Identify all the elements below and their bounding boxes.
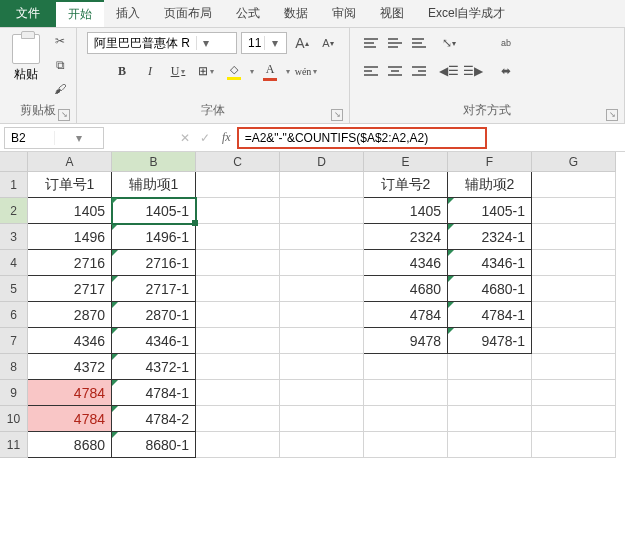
formula-bar[interactable]: =A2&"-"&COUNTIFS($A$2:A2,A2) <box>237 127 487 149</box>
row-header-8[interactable]: 8 <box>0 354 28 380</box>
cell-G11[interactable] <box>532 432 616 458</box>
bold-button[interactable]: B <box>110 60 134 82</box>
tab-file[interactable]: 文件 <box>0 0 56 27</box>
cell-E5[interactable]: 4680 <box>364 276 448 302</box>
tab-data[interactable]: 数据 <box>272 0 320 27</box>
cell-E7[interactable]: 9478 <box>364 328 448 354</box>
cell-D5[interactable] <box>280 276 364 302</box>
tab-page-layout[interactable]: 页面布局 <box>152 0 224 27</box>
decrease-indent-button[interactable]: ◀☰ <box>438 60 460 82</box>
cell-A1[interactable]: 订单号1 <box>28 172 112 198</box>
row-header-10[interactable]: 10 <box>0 406 28 432</box>
cell-B7[interactable]: 4346-1 <box>112 328 196 354</box>
row-header-4[interactable]: 4 <box>0 250 28 276</box>
cell-F8[interactable] <box>448 354 532 380</box>
col-header-G[interactable]: G <box>532 152 616 172</box>
cell-D3[interactable] <box>280 224 364 250</box>
cell-B11[interactable]: 8680-1 <box>112 432 196 458</box>
underline-button[interactable]: U▾ <box>166 60 190 82</box>
cell-B5[interactable]: 2717-1 <box>112 276 196 302</box>
cell-D7[interactable] <box>280 328 364 354</box>
cancel-formula-icon[interactable]: ✕ <box>180 131 190 145</box>
cell-C5[interactable] <box>196 276 280 302</box>
cell-G8[interactable] <box>532 354 616 380</box>
cell-G2[interactable] <box>532 198 616 224</box>
select-all-corner[interactable] <box>0 152 28 172</box>
cell-G7[interactable] <box>532 328 616 354</box>
tab-view[interactable]: 视图 <box>368 0 416 27</box>
merge-button[interactable]: ⬌ <box>492 60 520 82</box>
chevron-down-icon[interactable]: ▾ <box>196 36 210 50</box>
cell-G3[interactable] <box>532 224 616 250</box>
copy-icon[interactable]: ⧉ <box>50 56 70 74</box>
cell-G4[interactable] <box>532 250 616 276</box>
row-header-1[interactable]: 1 <box>0 172 28 198</box>
col-header-D[interactable]: D <box>280 152 364 172</box>
cell-C11[interactable] <box>196 432 280 458</box>
cell-B9[interactable]: 4784-1 <box>112 380 196 406</box>
cell-F6[interactable]: 4784-1 <box>448 302 532 328</box>
fill-color-button[interactable]: ◇ <box>222 60 246 82</box>
name-box[interactable]: B2▾ <box>4 127 104 149</box>
paste-icon[interactable] <box>12 34 40 64</box>
cell-A8[interactable]: 4372 <box>28 354 112 380</box>
font-size-combo[interactable]: 11▾ <box>241 32 287 54</box>
row-header-6[interactable]: 6 <box>0 302 28 328</box>
cell-E6[interactable]: 4784 <box>364 302 448 328</box>
cell-A2[interactable]: 1405 <box>28 198 112 224</box>
font-name-combo[interactable]: 阿里巴巴普惠体 R▾ <box>87 32 237 54</box>
cell-B1[interactable]: 辅助项1 <box>112 172 196 198</box>
increase-indent-button[interactable]: ☰▶ <box>462 60 484 82</box>
col-header-B[interactable]: B <box>112 152 196 172</box>
cell-G6[interactable] <box>532 302 616 328</box>
cell-D10[interactable] <box>280 406 364 432</box>
cell-A6[interactable]: 2870 <box>28 302 112 328</box>
cell-D4[interactable] <box>280 250 364 276</box>
wrap-text-button[interactable]: ab <box>492 32 520 54</box>
cell-F1[interactable]: 辅助项2 <box>448 172 532 198</box>
cell-D9[interactable] <box>280 380 364 406</box>
cell-D2[interactable] <box>280 198 364 224</box>
cell-A10[interactable]: 4784 <box>28 406 112 432</box>
cell-B10[interactable]: 4784-2 <box>112 406 196 432</box>
fill-handle[interactable] <box>192 220 198 226</box>
cell-C3[interactable] <box>196 224 280 250</box>
cell-B6[interactable]: 2870-1 <box>112 302 196 328</box>
cell-A4[interactable]: 2716 <box>28 250 112 276</box>
cell-A3[interactable]: 1496 <box>28 224 112 250</box>
cell-D8[interactable] <box>280 354 364 380</box>
cell-E1[interactable]: 订单号2 <box>364 172 448 198</box>
cell-A7[interactable]: 4346 <box>28 328 112 354</box>
cell-D11[interactable] <box>280 432 364 458</box>
cell-F3[interactable]: 2324-1 <box>448 224 532 250</box>
col-header-E[interactable]: E <box>364 152 448 172</box>
row-header-3[interactable]: 3 <box>0 224 28 250</box>
cell-D1[interactable] <box>280 172 364 198</box>
font-color-button[interactable]: A <box>258 60 282 82</box>
cell-E11[interactable] <box>364 432 448 458</box>
cell-E10[interactable] <box>364 406 448 432</box>
cell-F11[interactable] <box>448 432 532 458</box>
align-right-button[interactable] <box>408 60 430 82</box>
shrink-font-button[interactable]: A▾ <box>317 32 339 54</box>
align-left-button[interactable] <box>360 60 382 82</box>
row-header-5[interactable]: 5 <box>0 276 28 302</box>
align-top-button[interactable] <box>360 32 382 54</box>
clipboard-dialog-launcher[interactable]: ↘ <box>58 109 70 121</box>
chevron-down-icon[interactable]: ▾ <box>264 36 287 50</box>
cell-F4[interactable]: 4346-1 <box>448 250 532 276</box>
cell-G1[interactable] <box>532 172 616 198</box>
row-header-9[interactable]: 9 <box>0 380 28 406</box>
cell-A5[interactable]: 2717 <box>28 276 112 302</box>
cell-B4[interactable]: 2716-1 <box>112 250 196 276</box>
paste-label[interactable]: 粘贴 <box>14 66 38 83</box>
cell-A11[interactable]: 8680 <box>28 432 112 458</box>
cell-F2[interactable]: 1405-1 <box>448 198 532 224</box>
accept-formula-icon[interactable]: ✓ <box>200 131 210 145</box>
grow-font-button[interactable]: A▴ <box>291 32 313 54</box>
orientation-button[interactable]: ⤡▾ <box>438 32 460 54</box>
tab-formula[interactable]: 公式 <box>224 0 272 27</box>
cell-C1[interactable] <box>196 172 280 198</box>
align-middle-button[interactable] <box>384 32 406 54</box>
cell-C7[interactable] <box>196 328 280 354</box>
